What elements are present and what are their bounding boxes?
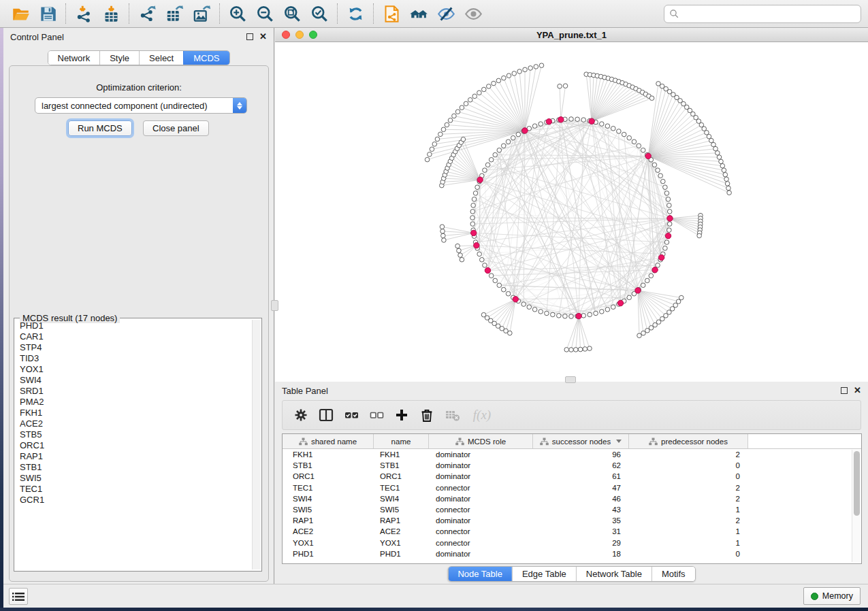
table-cell: connector [429,539,533,547]
table-row[interactable]: YOX1YOX1connector291 [283,538,861,548]
column-header-shared-name[interactable]: shared name [283,434,374,448]
mcds-tab-content: Optimization criterion: largest connecte… [9,65,269,582]
close-panel-icon[interactable]: ✕ [259,33,267,40]
mcds-result-box: MCDS result (17 nodes) PHD1CAR1STP4TID3Y… [14,318,262,572]
table-tab-network-table[interactable]: Network Table [576,567,652,581]
table-row[interactable]: FKH1FKH1dominator962 [283,449,861,460]
network-canvas[interactable] [275,42,868,382]
table-cell: 62 [533,461,629,469]
mcds-node-item[interactable]: GCR1 [15,495,251,506]
deselect-all-button[interactable] [366,404,387,426]
table-tab-edge-table[interactable]: Edge Table [512,567,576,581]
table-tab-motifs[interactable]: Motifs [652,567,695,581]
table-row[interactable]: TEC1TEC1connector472 [283,482,861,493]
column-header-MCDS-role[interactable]: MCDS role [429,434,533,448]
mcds-node-item[interactable]: SWI5 [15,473,251,484]
mcds-node-item[interactable]: RAP1 [15,451,251,462]
table-cell: dominator [429,472,533,480]
zoom-fit-button[interactable] [278,2,306,25]
close-table-panel-icon[interactable]: ✕ [854,387,861,394]
table-body: FKH1FKH1dominator962STB1STB1dominator620… [283,449,861,559]
table-scrollbar-thumb[interactable] [854,451,860,516]
import-network-button[interactable] [70,2,97,25]
tab-style[interactable]: Style [99,51,139,65]
delete-row-button[interactable] [417,404,437,426]
mcds-node-item[interactable]: ACE2 [15,418,251,429]
mcds-node-item[interactable]: FKH1 [15,408,251,418]
table-panel-titlebar: Table Panel ✕ [275,382,868,399]
import-table-button[interactable] [97,2,125,25]
table-row[interactable]: ORC1ORC1dominator610 [283,471,861,482]
mcds-list-scrollbar[interactable] [252,320,261,569]
memory-label: Memory [822,591,853,601]
mcds-node-item[interactable]: SWI4 [15,375,251,386]
horizontal-splitter-handle[interactable] [565,376,576,383]
run-mcds-button[interactable]: Run MCDS [68,120,132,136]
show-all-button[interactable] [460,2,487,25]
control-panel: Control Panel ✕ NetworkStyleSelectMCDS O… [3,28,274,584]
mcds-node-item[interactable]: STB5 [15,429,251,440]
export-table-button[interactable] [161,2,188,25]
columns-button[interactable] [316,404,336,426]
zoom-out-icon [256,5,274,23]
table-cell: 31 [533,527,629,535]
table-panel: Table Panel ✕ f(x) shared namename MCDS … [275,382,868,584]
close-panel-button[interactable]: Close panel [143,120,209,136]
zoom-selected-button[interactable] [306,2,333,25]
tab-select[interactable]: Select [139,51,183,65]
mcds-node-item[interactable]: TEC1 [15,484,251,495]
table-row[interactable]: SWI4SWI4dominator462 [283,493,861,504]
table-cell: dominator [429,516,533,525]
export-image-button[interactable] [188,2,215,25]
toolbar-separator [219,3,220,24]
mcds-node-item[interactable]: CAR1 [15,331,251,342]
zoom-out-button[interactable] [251,2,278,25]
zoom-fit-icon [283,5,302,23]
table-row[interactable]: RAP1RAP1dominator352 [283,515,861,526]
open-file-button[interactable] [7,2,34,25]
desktop-wallpaper-strip-bottom [0,608,868,611]
table-row[interactable]: STB1STB1dominator620 [283,460,861,471]
memory-button[interactable]: Memory [803,587,861,605]
settings-button[interactable] [291,404,311,426]
share-document-button[interactable] [378,2,405,25]
vertical-splitter-handle[interactable] [271,300,278,311]
float-table-panel-icon[interactable] [841,387,848,394]
float-panel-icon[interactable] [246,33,253,40]
table-row[interactable]: ACE2ACE2connector311 [283,526,861,537]
save-session-button[interactable] [34,2,61,25]
tab-network[interactable]: Network [48,51,99,65]
mcds-node-item[interactable]: YOX1 [15,364,251,375]
mcds-node-item[interactable]: STP4 [15,342,251,353]
mcds-node-item[interactable]: PHD1 [15,320,251,331]
column-header-name[interactable]: name [374,434,429,448]
first-neighbors-button[interactable] [405,2,432,25]
criterion-dropdown[interactable]: largest connected component (undirected) [35,97,247,114]
table-cell: connector [429,506,533,514]
mcds-node-item[interactable]: PMA2 [15,397,251,408]
table-tab-node-table[interactable]: Node Table [448,567,512,581]
mcds-node-item[interactable]: TID3 [15,353,251,364]
export-network-button[interactable] [133,2,161,25]
mcds-node-item[interactable]: SRD1 [15,386,251,397]
column-header-successor-nodes[interactable]: successor nodes [533,434,629,448]
table-cell: FKH1 [374,450,429,459]
mcds-node-item[interactable]: ORC1 [15,440,251,451]
network-window-titlebar: YPA_prune.txt_1 [275,28,868,42]
table-row[interactable]: SWI5SWI5connector431 [283,504,861,515]
table-cell: 43 [533,506,629,514]
export-network-icon [138,5,157,23]
mcds-node-item[interactable]: STB1 [15,462,251,473]
network-list-button[interactable] [9,588,28,605]
hide-selected-button[interactable] [432,2,460,25]
select-all-button[interactable] [341,404,361,426]
column-header-predecessor-nodes[interactable]: predecessor nodes [629,434,748,448]
refresh-view-button[interactable] [342,2,369,25]
add-row-button[interactable] [391,404,412,426]
list-icon [12,592,25,601]
zoom-in-button[interactable] [224,2,251,25]
search-input[interactable] [664,5,861,23]
table-row[interactable]: PHD1PHD1dominator180 [283,548,861,559]
search-icon [669,9,679,19]
tab-mcds[interactable]: MCDS [183,51,229,65]
